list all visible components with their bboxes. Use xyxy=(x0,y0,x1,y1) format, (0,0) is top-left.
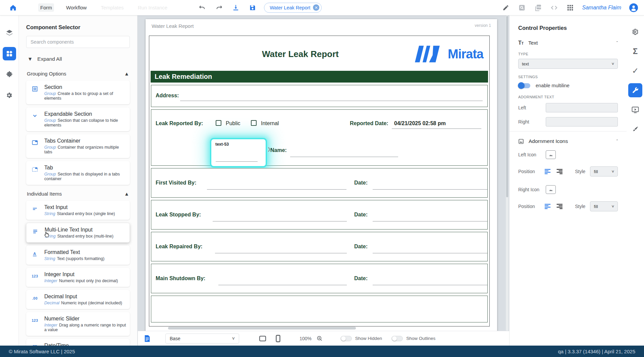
chevron-up-icon: ˆ xyxy=(616,41,618,46)
validation-button[interactable]: ✓ xyxy=(628,64,642,78)
copyright-text: © Mirata Software LLC | 2025 xyxy=(9,349,75,354)
layers-nav-button[interactable] xyxy=(3,26,16,40)
row-date-input[interactable] xyxy=(373,285,487,285)
adornment-left-input[interactable] xyxy=(546,103,618,112)
component-item-integer-input[interactable]: 123 Integer Input IntegerNumeric input o… xyxy=(26,268,130,287)
text-section-header[interactable]: TT Text ˆ xyxy=(518,40,618,46)
enable-multiline-toggle[interactable] xyxy=(518,83,530,88)
base-document-button[interactable] xyxy=(143,335,151,343)
row-input[interactable] xyxy=(218,285,347,285)
open-form-tab[interactable]: Water Leak Report ✕ xyxy=(264,3,322,13)
expand-all-button[interactable]: ▼ Expand All xyxy=(28,56,130,62)
search-input[interactable] xyxy=(26,36,130,48)
preview-form-button[interactable] xyxy=(518,4,526,12)
styling-button[interactable] xyxy=(628,122,642,136)
show-outlines-toggle[interactable] xyxy=(391,336,403,341)
section-header[interactable]: Leak Remediation xyxy=(151,71,488,83)
menu-item-workflow[interactable]: Workflow xyxy=(64,3,89,12)
document-icon xyxy=(144,335,151,342)
close-tab-button[interactable]: ✕ xyxy=(313,4,319,11)
menu-item-form[interactable]: Form xyxy=(38,3,54,12)
type-caption: TYPE xyxy=(518,52,618,56)
component-item-tab[interactable]: Tab GroupSection that is displayed in a … xyxy=(26,161,130,185)
adornment-right-input[interactable] xyxy=(546,117,618,126)
component-item-tabs-container[interactable]: Tabs Container GroupContainer that organ… xyxy=(26,134,130,158)
leak-stopped-row[interactable]: Leak Stopped By: Date: xyxy=(151,200,488,230)
leak-repaired-row[interactable]: Leak Repaired By: Date: xyxy=(151,232,488,261)
selected-component-text-53[interactable]: text-53 xyxy=(211,139,266,166)
image-icon xyxy=(548,152,553,157)
component-desc: GroupContainer that organizes multiple t… xyxy=(44,145,126,154)
export-pdf-button[interactable]: PDF xyxy=(534,4,542,12)
component-item-section[interactable]: Section GroupCreate a box to group a set… xyxy=(26,81,130,104)
row-input[interactable] xyxy=(207,189,346,190)
address-row[interactable]: Address: xyxy=(151,85,488,107)
name-input[interactable] xyxy=(290,157,398,157)
control-properties-button[interactable] xyxy=(628,83,642,97)
home-button[interactable] xyxy=(9,3,17,12)
main-shutdown-row[interactable]: Main Shutdown By: Date: xyxy=(151,264,488,293)
component-item-datetime[interactable]: Date/Time xyxy=(26,339,130,346)
row-date-input[interactable] xyxy=(373,253,487,253)
align-right-button[interactable] xyxy=(556,203,563,210)
components-nav-button[interactable] xyxy=(3,47,16,60)
selected-component-input[interactable] xyxy=(216,161,258,162)
component-item-expandable-section[interactable]: Expandable Section GroupSection that can… xyxy=(26,107,130,131)
plugins-nav-button[interactable] xyxy=(3,68,16,81)
download-button[interactable] xyxy=(232,4,240,12)
phone-view-button[interactable] xyxy=(274,335,282,343)
first-visited-row[interactable]: First Visited By: Date: xyxy=(151,168,488,198)
align-left-button[interactable] xyxy=(544,168,551,175)
redo-button[interactable] xyxy=(215,4,223,12)
tablet-view-button[interactable] xyxy=(259,335,267,343)
save-button[interactable] xyxy=(249,4,257,12)
undo-button[interactable] xyxy=(198,4,206,12)
user-avatar[interactable] xyxy=(629,3,638,12)
leak-reported-row[interactable]: Leak Reported By: Public Internal Report… xyxy=(151,109,488,166)
calculations-button[interactable]: Σ xyxy=(628,44,642,58)
image-icon xyxy=(518,139,524,144)
component-item-text-input[interactable]: Text Input StringStandard entry box (sin… xyxy=(26,201,130,220)
base-layout-select[interactable]: Base ˅ xyxy=(165,334,239,344)
image-icon xyxy=(548,187,553,192)
view-code-button[interactable] xyxy=(550,4,558,12)
align-right-button[interactable] xyxy=(556,168,563,175)
internal-checkbox[interactable] xyxy=(251,120,257,126)
zoom-in-button[interactable] xyxy=(316,335,324,343)
user-name[interactable]: Samantha Flaim xyxy=(582,5,622,11)
public-checkbox[interactable] xyxy=(216,120,221,126)
canvas-vertical-scrollbar[interactable] xyxy=(506,15,508,331)
type-select[interactable]: text ˅ xyxy=(518,59,618,69)
reported-date-underline xyxy=(392,129,481,129)
component-item-numeric-slider[interactable]: 123 Numeric Slider IntegerDrag along a n… xyxy=(26,312,130,336)
reported-date-value[interactable]: 04/21/2025 02:58 pm xyxy=(394,120,446,126)
left-style-select[interactable]: fill ˅ xyxy=(590,166,618,176)
run-preview-button[interactable] xyxy=(628,103,642,117)
wrench-icon xyxy=(632,87,639,94)
right-icon-picker[interactable] xyxy=(546,185,556,194)
adornment-icons-header[interactable]: Adornment Icons ˆ xyxy=(518,138,618,144)
properties-settings-button[interactable] xyxy=(628,25,642,39)
component-item-formatted-text[interactable]: A Formatted Text StringText (supports fo… xyxy=(26,246,130,265)
row-input[interactable] xyxy=(215,253,347,253)
edit-form-button[interactable] xyxy=(502,4,510,12)
row-input[interactable] xyxy=(213,221,347,221)
internal-checkbox-label: Internal xyxy=(261,120,279,126)
grouping-options-header[interactable]: Grouping Options ▲ xyxy=(27,71,129,76)
component-item-decimal-input[interactable]: .00 Decimal Input DecimalNumeric input (… xyxy=(26,290,130,309)
apps-grid-button[interactable] xyxy=(566,4,574,12)
pencil-icon xyxy=(502,4,509,11)
show-hidden-toggle[interactable] xyxy=(340,336,352,341)
row-date-input[interactable] xyxy=(373,221,487,221)
settings-nav-button[interactable] xyxy=(3,89,16,102)
row-date-input[interactable] xyxy=(373,189,487,190)
partial-row[interactable] xyxy=(151,296,488,322)
left-icon-picker[interactable] xyxy=(546,150,556,159)
individual-items-header[interactable]: Individual Items ▲ xyxy=(27,191,129,197)
canvas-horizontal-scrollbar[interactable] xyxy=(168,327,356,329)
address-input[interactable] xyxy=(180,101,483,101)
right-style-select[interactable]: fill ˅ xyxy=(590,201,618,211)
panel-title: Component Selector xyxy=(26,24,130,31)
component-item-multiline-text-input[interactable]: Multi-Line Text Input StringStandard ent… xyxy=(26,223,130,243)
align-left-button[interactable] xyxy=(544,203,551,210)
